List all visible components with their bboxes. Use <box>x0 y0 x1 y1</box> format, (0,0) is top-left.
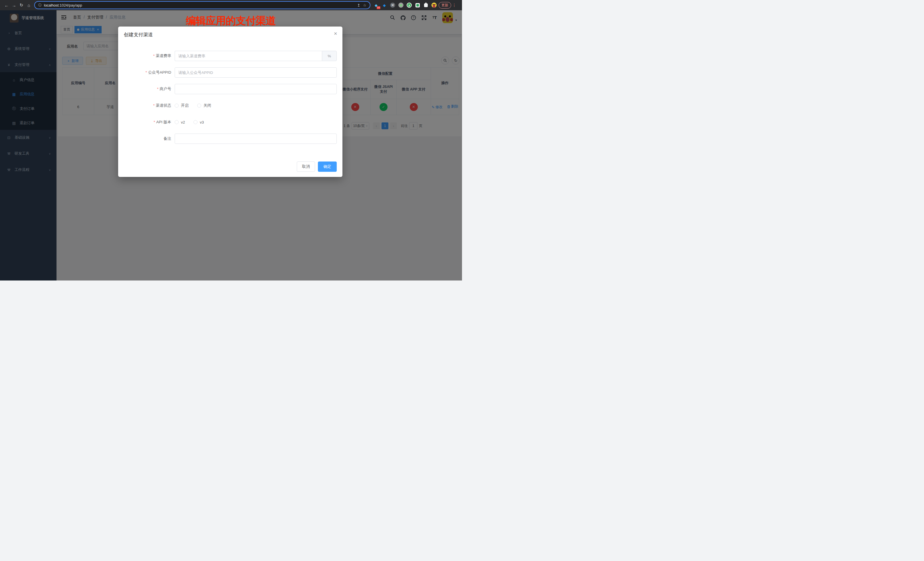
annotation-text: 编辑应用的支付渠道 <box>186 14 276 28</box>
confirm-button[interactable]: 确定 <box>318 162 337 172</box>
cancel-button[interactable]: 取消 <box>297 162 315 172</box>
form-row-api-version: *API 版本 v2 v3 <box>118 117 342 127</box>
form-row-merchant: *商户号 <box>118 84 342 94</box>
form-row-status: *渠道状态 开启 关闭 <box>118 100 342 111</box>
back-icon[interactable]: ← <box>3 3 10 8</box>
forward-icon[interactable]: → <box>10 3 18 8</box>
extension-dot-icon[interactable] <box>398 2 404 8</box>
required-mark: * <box>153 120 155 124</box>
api-v2-radio[interactable]: v2 <box>175 120 185 124</box>
appid-label: 公众号APPID <box>148 70 171 75</box>
merchant-label: 商户号 <box>160 87 171 91</box>
required-mark: * <box>153 54 154 58</box>
status-open-radio[interactable]: 开启 <box>175 103 189 108</box>
dialog-title: 创建支付渠道 <box>124 32 153 38</box>
rate-label: 渠道费率 <box>156 54 171 58</box>
remark-label: 备注 <box>164 136 171 141</box>
radio-circle-icon <box>197 104 201 108</box>
api-version-label: API 版本 <box>156 120 171 124</box>
site-info-icon[interactable]: ⓘ <box>38 3 42 8</box>
api-v3-radio[interactable]: v3 <box>194 120 204 124</box>
address-bar[interactable]: ⓘ localhost:1024/pay/app ↥ ☆ <box>34 1 370 9</box>
radio-label: 关闭 <box>204 103 211 108</box>
extension-kite-icon[interactable]: ◆ <box>381 2 387 8</box>
appid-input[interactable] <box>175 68 337 78</box>
extensions-area: ◆10 ◆ ⌘ y <box>373 2 437 8</box>
radio-circle-icon <box>175 120 178 124</box>
extension-y-icon[interactable]: y <box>406 2 412 8</box>
required-mark: * <box>146 70 147 75</box>
url-path: :1024/pay/app <box>58 3 82 8</box>
radio-label: v2 <box>181 120 185 124</box>
radio-circle-icon <box>194 120 198 124</box>
url-host: localhost <box>44 3 58 8</box>
required-mark: * <box>153 103 154 108</box>
extension-puzzle-icon[interactable] <box>423 2 429 8</box>
extension-emoji-icon[interactable] <box>431 2 437 8</box>
extension-icon[interactable]: ◆10 <box>373 2 379 8</box>
rate-input[interactable] <box>175 51 322 61</box>
browser-toolbar: ← → ↻ ⌂ ⓘ localhost:1024/pay/app ↥ ☆ ◆10… <box>0 0 462 10</box>
dialog-close-icon[interactable]: ✕ <box>334 31 337 36</box>
form-row-remark: 备注 <box>118 134 342 144</box>
dialog-footer: 取消 确定 <box>297 162 337 172</box>
radio-label: v3 <box>200 120 204 124</box>
reload-icon[interactable]: ↻ <box>18 3 25 8</box>
radio-circle-icon <box>175 104 178 108</box>
merchant-input[interactable] <box>175 84 337 94</box>
chrome-update-button[interactable]: 更新 <box>439 2 451 9</box>
extension-chat-icon[interactable] <box>415 2 420 8</box>
share-icon[interactable]: ↥ <box>357 3 360 8</box>
extension-command-icon[interactable]: ⌘ <box>390 2 396 8</box>
bookmark-star-icon[interactable]: ☆ <box>363 3 366 8</box>
required-mark: * <box>157 87 158 91</box>
browser-menu-icon[interactable]: ⋮ <box>452 3 456 8</box>
form-row-appid: *公众号APPID <box>118 68 342 78</box>
url-text: localhost:1024/pay/app <box>44 3 354 8</box>
form-row-rate: *渠道费率 % <box>118 51 342 61</box>
remark-input[interactable] <box>175 134 337 144</box>
extension-badge: 10 <box>376 6 380 9</box>
rate-unit-addon: % <box>322 51 337 61</box>
status-closed-radio[interactable]: 关闭 <box>197 103 211 108</box>
status-label: 渠道状态 <box>156 103 171 108</box>
radio-label: 开启 <box>181 103 189 108</box>
create-pay-channel-dialog: 创建支付渠道 ✕ *渠道费率 % *公众号APPID *商户号 *渠道状态 开启… <box>118 27 342 177</box>
home-icon[interactable]: ⌂ <box>25 3 33 8</box>
